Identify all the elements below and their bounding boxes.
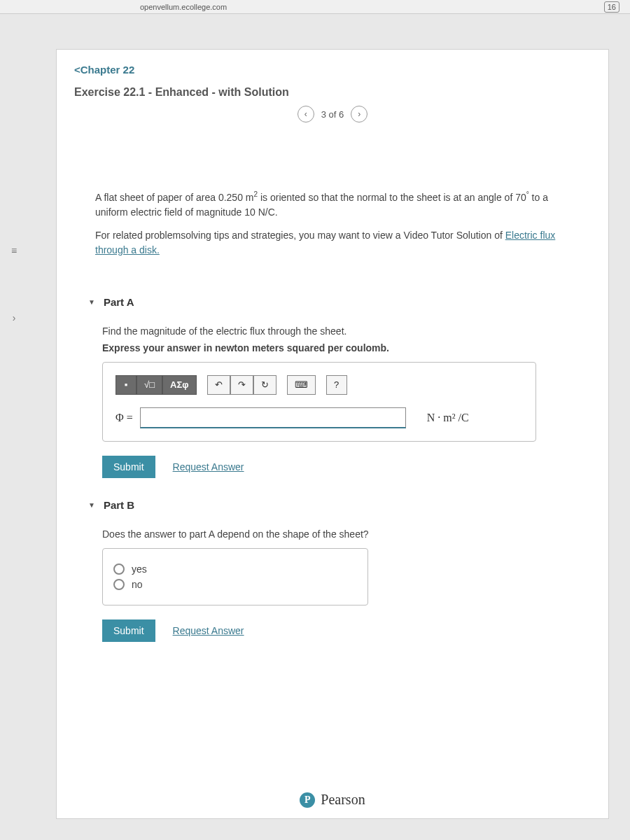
caret-down-icon: ▼ [88,501,95,509]
problem-text-1b: is oriented so that the normal to the sh… [258,192,526,203]
problem-text-1: A flat sheet of paper of area 0.250 m2 i… [95,189,570,220]
browser-icons: 16 [604,1,620,13]
next-page-button[interactable]: › [351,106,368,122]
submit-button-a[interactable]: Submit [102,456,155,478]
formula-row: Φ = N · m² /C [115,407,523,428]
problem-text-2a: For related problemsolving tips and stra… [95,230,505,241]
reset-button[interactable]: ↻ [253,375,276,395]
side-scroll-icon[interactable]: ≡ [11,245,17,256]
pearson-footer: P Pearson [57,792,608,808]
help-button[interactable]: ? [326,375,347,395]
radio-no[interactable] [113,579,125,590]
phi-label: Φ = [115,412,133,424]
flux-input[interactable] [140,407,406,428]
templates-button[interactable]: ▪ [115,375,136,395]
submit-button-b[interactable]: Submit [102,620,155,642]
part-a-label: Part A [104,296,134,308]
undo-button[interactable]: ↶ [207,375,230,395]
request-answer-a[interactable]: Request Answer [173,461,244,472]
exercise-title: Exercise 22.1 - Enhanced - with Solution [74,86,591,99]
greek-button[interactable]: ΑΣφ [162,375,197,395]
part-a-format: Express your answer in newton meters squ… [102,342,563,354]
part-b-label: Part B [104,499,134,511]
url-text: openvellum.ecollege.com [140,3,227,11]
redo-button[interactable]: ↷ [230,375,253,395]
browser-bar: openvellum.ecollege.com 16 [0,0,630,14]
part-b-body: Does the answer to part A depend on the … [102,528,563,642]
formula-toolbar: ▪ √□ ΑΣφ ↶ ↷ ↻ ⌨ ? [115,375,523,395]
fraction-button[interactable]: √□ [136,375,162,395]
radio-yes-row: yes [113,564,357,575]
part-b-actions: Submit Request Answer [102,620,563,642]
side-nav: ≡ › [0,14,28,364]
radio-no-label: no [132,579,143,590]
side-expand-icon[interactable]: › [13,312,16,323]
radio-no-row: no [113,579,357,590]
radio-yes[interactable] [113,564,125,575]
request-answer-b[interactable]: Request Answer [173,625,244,636]
units-label: N · m² /C [427,412,469,424]
part-b-question: Does the answer to part A depend on the … [102,528,563,540]
caret-down-icon: ▼ [88,298,95,306]
pagination: ‹ 3 of 6 › [74,106,591,122]
page-indicator: 3 of 6 [321,109,344,120]
chapter-link[interactable]: <Chapter 22 [74,64,591,76]
radio-yes-label: yes [132,564,147,575]
part-a-answer-box: ▪ √□ ΑΣφ ↶ ↷ ↻ ⌨ ? Φ = N · m² /C [102,362,536,442]
part-a-actions: Submit Request Answer [102,456,563,478]
part-a-header[interactable]: ▼ Part A [88,296,577,308]
part-b-header[interactable]: ▼ Part B [88,499,577,511]
keyboard-button[interactable]: ⌨ [287,375,316,395]
problem-text-2: For related problemsolving tips and stra… [95,228,570,258]
part-b-radio-box: yes no [102,548,368,606]
tab-count[interactable]: 16 [604,1,620,13]
main-content: <Chapter 22 Exercise 22.1 - Enhanced - w… [56,49,609,819]
part-a-instruction: Find the magnitude of the electric flux … [102,326,563,337]
problem-statement: A flat sheet of paper of area 0.250 m2 i… [88,178,577,268]
pearson-logo-icon: P [300,792,315,808]
prev-page-button[interactable]: ‹ [298,106,314,122]
pearson-brand: Pearson [321,792,365,808]
format-group: ▪ √□ ΑΣφ [115,375,197,395]
problem-text-1a: A flat sheet of paper of area 0.250 m [95,192,253,203]
part-a-body: Find the magnitude of the electric flux … [102,326,563,478]
